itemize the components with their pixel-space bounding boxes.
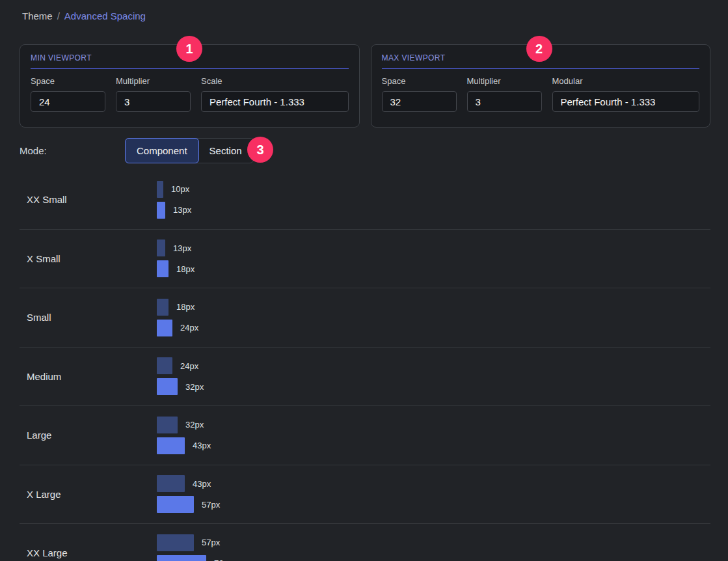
min-bar [157,299,169,316]
size-row: X Small 13px 18px [20,230,710,289]
size-row-label: XX Large [27,547,157,558]
max-bar [157,260,169,277]
min-space-input[interactable] [31,91,105,112]
breadcrumb: Theme / Advanced Spacing [0,0,728,22]
size-bars: 18px 24px [157,299,198,336]
min-space-label: Space [31,76,105,86]
annotation-badge-3: 3 [247,137,273,163]
min-bar-value: 32px [185,420,204,430]
max-bar [157,555,206,561]
min-bar-value: 43px [193,479,211,489]
max-multiplier-input[interactable] [467,91,542,112]
mode-component-button[interactable]: Component [125,138,199,163]
min-bar [157,181,163,198]
size-bars: 32px 43px [157,417,211,454]
max-modular-label: Modular [552,76,700,86]
mode-row: Mode: Component Section 3 [20,139,728,163]
max-space-label: Space [382,76,457,86]
min-multiplier-label: Multiplier [116,76,191,86]
min-bar-value: 10px [171,184,189,194]
max-bar [157,437,185,454]
viewport-panels: 1 MIN VIEWPORT Space Multiplier Scale 2 [20,44,710,128]
mode-toggle: Component Section [125,138,254,163]
size-bars: 43px 57px [157,475,220,513]
size-row: Large 32px 43px [20,406,710,465]
size-bars: 13px 18px [157,239,195,277]
max-viewport-panel: 2 MAX VIEWPORT Space Multiplier Modular [371,44,711,128]
size-row-label: Large [27,430,157,441]
min-bar [157,417,178,433]
size-bars: 57px 76px [157,534,232,561]
min-viewport-panel: 1 MIN VIEWPORT Space Multiplier Scale [20,44,360,128]
min-bar-value: 13px [173,243,191,253]
max-bar-value: 18px [176,264,195,274]
size-bars: 24px 32px [157,357,204,395]
size-row: X Large 43px 57px [20,465,710,525]
min-scale-label: Scale [201,76,349,86]
size-row-label: X Large [27,489,157,500]
annotation-badge-1: 1 [176,36,202,62]
min-bar [157,534,194,551]
size-bars: 10px 13px [157,181,191,219]
min-bar [157,475,185,492]
sizes-list: XX Small 10px 13px X Small 13px [20,171,710,561]
max-bar-value: 76px [214,558,232,561]
max-space-input[interactable] [382,91,457,112]
max-modular-select[interactable] [552,91,700,112]
max-bar [157,496,194,513]
max-bar [157,378,178,395]
size-row-label: Small [27,312,157,323]
size-row: Medium 24px 32px [20,348,710,407]
min-bar-value: 24px [180,361,198,371]
max-bar-value: 43px [193,441,211,450]
size-row: XX Large 57px 76px [20,524,710,561]
size-row-label: XX Small [27,194,157,205]
annotation-badge-2: 2 [526,36,552,62]
min-bar [157,357,172,374]
max-bar-value: 57px [202,500,220,510]
min-bar-value: 57px [202,538,220,547]
size-row-label: Medium [27,371,157,382]
min-scale-select[interactable] [201,91,349,112]
max-bar [157,202,165,219]
size-row: Small 18px 24px [20,288,710,348]
size-row: XX Small 10px 13px [20,171,710,230]
size-row-label: X Small [27,253,157,264]
breadcrumb-advanced-spacing-link[interactable]: Advanced Spacing [64,10,146,21]
breadcrumb-theme-link[interactable]: Theme [22,10,53,21]
mode-label: Mode: [20,145,125,156]
min-bar-value: 18px [176,302,195,312]
max-bar [157,320,172,336]
min-multiplier-input[interactable] [116,91,191,112]
max-bar-value: 32px [185,382,204,392]
breadcrumb-separator: / [57,10,60,21]
max-multiplier-label: Multiplier [467,76,542,86]
advanced-spacing-page: Theme / Advanced Spacing 1 MIN VIEWPORT … [0,0,728,561]
mode-section-button[interactable]: Section [198,139,253,163]
max-bar-value: 13px [173,205,191,215]
max-bar-value: 24px [180,323,198,333]
min-bar [157,239,165,256]
